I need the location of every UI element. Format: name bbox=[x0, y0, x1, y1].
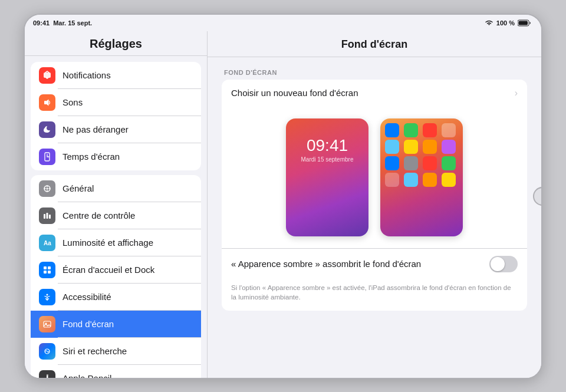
sidebar-section-system: Général Centre de contrôle bbox=[31, 175, 201, 378]
sidebar-item-siri[interactable]: Siri et recherche bbox=[31, 338, 201, 365]
sidebar: Réglages Notifications bbox=[25, 31, 208, 378]
siri-icon bbox=[39, 343, 55, 360]
sidebar-item-general[interactable]: Général bbox=[31, 175, 201, 202]
battery-icon bbox=[518, 19, 531, 27]
home-app-2 bbox=[404, 123, 418, 137]
sidebar-item-fond-ecran-label: Fond d'écran bbox=[62, 319, 114, 329]
sidebar-item-ne-pas-deranger-label: Ne pas déranger bbox=[62, 124, 129, 134]
sidebar-item-apple-pencil[interactable]: Apple Pencil bbox=[31, 365, 201, 378]
ne-pas-deranger-icon bbox=[39, 121, 55, 138]
sidebar-item-general-label: Général bbox=[62, 183, 94, 193]
home-app-12 bbox=[442, 156, 456, 170]
status-time: 09:41 bbox=[33, 19, 50, 27]
sidebar-item-siri-label: Siri et recherche bbox=[62, 346, 127, 356]
wifi-icon bbox=[485, 19, 493, 27]
sidebar-header: Réglages bbox=[25, 31, 207, 56]
dark-mode-toggle-row[interactable]: « Apparence sombre » assombrit le fond d… bbox=[222, 248, 527, 279]
choose-wallpaper-card: Choisir un nouveau fond d'écran › 09:41 … bbox=[222, 80, 527, 311]
wallpaper-previews: 09:41 Mardi 15 septembre bbox=[222, 107, 527, 248]
home-app-8 bbox=[442, 140, 456, 154]
sidebar-item-temps-decran-label: Temps d'écran bbox=[62, 151, 120, 162]
home-app-6 bbox=[404, 140, 418, 154]
svg-point-15 bbox=[47, 294, 48, 295]
svg-rect-13 bbox=[44, 271, 47, 274]
sidebar-section-top: Notifications Sons bbox=[31, 62, 201, 170]
main-area: Réglages Notifications bbox=[25, 31, 541, 378]
status-bar-left: 09:41 Mar. 15 sept. bbox=[33, 19, 92, 27]
status-bar-right: 100 % bbox=[485, 19, 531, 27]
sidebar-item-ecran-accueil-label: Écran d'accueil et Dock bbox=[62, 265, 154, 275]
home-app-9 bbox=[385, 156, 399, 170]
sidebar-item-notifications[interactable]: Notifications bbox=[31, 62, 201, 89]
ecran-accueil-icon bbox=[39, 262, 55, 278]
svg-rect-12 bbox=[48, 266, 51, 269]
right-panel: Fond d'écran FOND D'ÉCRAN Choisir un nou… bbox=[208, 31, 541, 378]
sidebar-item-centre-controle[interactable]: Centre de contrôle bbox=[31, 202, 201, 229]
right-panel-content: FOND D'ÉCRAN Choisir un nouveau fond d'é… bbox=[208, 57, 541, 334]
home-app-1 bbox=[385, 123, 399, 137]
svg-rect-2 bbox=[44, 73, 51, 78]
dark-mode-label: « Apparence sombre » assombrit le fond d… bbox=[231, 259, 489, 269]
svg-rect-9 bbox=[49, 215, 51, 219]
right-panel-header: Fond d'écran bbox=[208, 31, 541, 57]
lockscreen-date: Mardi 15 septembre bbox=[301, 156, 354, 163]
svg-rect-7 bbox=[44, 214, 45, 219]
choose-wallpaper-label: Choisir un nouveau fond d'écran bbox=[231, 88, 515, 98]
svg-rect-11 bbox=[44, 266, 47, 269]
home-app-3 bbox=[423, 123, 437, 137]
temps-decran-icon bbox=[39, 149, 55, 165]
home-app-15 bbox=[423, 173, 437, 187]
sons-icon bbox=[39, 94, 55, 111]
sidebar-item-apple-pencil-label: Apple Pencil bbox=[62, 373, 111, 378]
svg-rect-16 bbox=[44, 321, 51, 327]
svg-text:Aa: Aa bbox=[44, 240, 51, 246]
fond-ecran-section-label: FOND D'ÉCRAN bbox=[222, 69, 527, 76]
sidebar-item-luminosite-label: Luminosité et affichage bbox=[62, 238, 153, 248]
sidebar-item-temps-decran[interactable]: Temps d'écran bbox=[31, 143, 201, 170]
choose-wallpaper-row[interactable]: Choisir un nouveau fond d'écran › bbox=[222, 80, 527, 107]
svg-point-6 bbox=[47, 187, 48, 189]
home-app-10 bbox=[404, 156, 418, 170]
homescreen-preview[interactable] bbox=[380, 118, 463, 236]
sidebar-item-accessibilite[interactable]: Accessibilité bbox=[31, 284, 201, 311]
general-icon bbox=[39, 180, 55, 197]
sidebar-item-accessibilite-label: Accessibilité bbox=[62, 292, 111, 302]
sidebar-item-fond-ecran[interactable]: Fond d'écran bbox=[31, 311, 201, 338]
svg-rect-21 bbox=[47, 374, 48, 375]
status-battery-pct: 100 % bbox=[496, 19, 515, 27]
toggle-knob bbox=[491, 257, 505, 271]
lockscreen-time: 09:41 bbox=[307, 136, 348, 155]
choose-wallpaper-chevron: › bbox=[515, 88, 518, 98]
svg-rect-3 bbox=[44, 101, 47, 104]
sidebar-item-sons-label: Sons bbox=[62, 97, 83, 107]
accessibilite-icon bbox=[39, 289, 55, 305]
luminosite-icon: Aa bbox=[39, 235, 55, 251]
dark-mode-hint: Si l'option « Apparence sombre » est act… bbox=[222, 279, 527, 311]
home-app-16 bbox=[442, 173, 456, 187]
home-app-13 bbox=[385, 173, 399, 187]
lockscreen-preview[interactable]: 09:41 Mardi 15 septembre bbox=[286, 118, 368, 236]
status-date: Mar. 15 sept. bbox=[53, 19, 92, 27]
svg-rect-8 bbox=[47, 213, 48, 219]
home-app-14 bbox=[404, 173, 418, 187]
dark-mode-toggle[interactable] bbox=[489, 256, 518, 272]
home-app-7 bbox=[423, 140, 437, 154]
ipad-frame: 09:41 Mar. 15 sept. 100 % Réglages bbox=[24, 14, 542, 379]
svg-rect-14 bbox=[48, 271, 51, 274]
sidebar-item-sons[interactable]: Sons bbox=[31, 89, 201, 116]
sidebar-item-centre-controle-label: Centre de contrôle bbox=[62, 210, 135, 220]
apple-pencil-icon bbox=[39, 370, 55, 378]
home-app-5 bbox=[385, 140, 399, 154]
status-bar: 09:41 Mar. 15 sept. 100 % bbox=[25, 15, 541, 31]
svg-rect-1 bbox=[519, 21, 528, 25]
home-app-4 bbox=[442, 123, 456, 137]
sidebar-title: Réglages bbox=[90, 37, 142, 50]
notifications-icon bbox=[39, 67, 55, 84]
sidebar-item-luminosite[interactable]: Aa Luminosité et affichage bbox=[31, 229, 201, 256]
home-app-11 bbox=[423, 156, 437, 170]
sidebar-item-ecran-accueil[interactable]: Écran d'accueil et Dock bbox=[31, 256, 201, 284]
sidebar-scroll[interactable]: Notifications Sons bbox=[25, 56, 207, 378]
right-panel-title: Fond d'écran bbox=[341, 38, 407, 50]
sidebar-item-ne-pas-deranger[interactable]: Ne pas déranger bbox=[31, 116, 201, 143]
sidebar-item-notifications-label: Notifications bbox=[62, 70, 111, 80]
